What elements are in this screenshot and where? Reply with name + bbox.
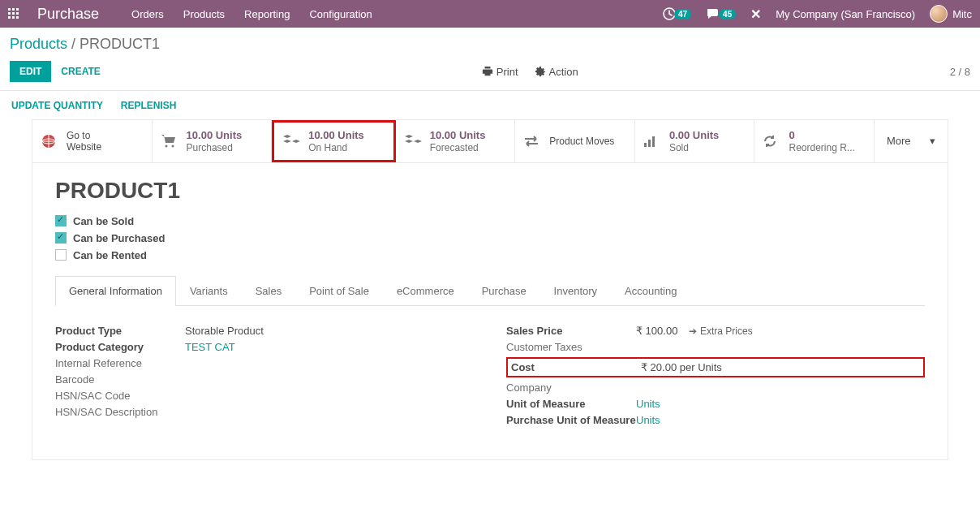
cost-label: Cost xyxy=(511,361,641,373)
sales-price-value: ₹ 100.00 xyxy=(636,325,677,337)
tab-general-information[interactable]: General Information xyxy=(55,276,176,306)
svg-point-12 xyxy=(165,144,167,147)
menu-products[interactable]: Products xyxy=(183,8,225,20)
more-label: More xyxy=(887,135,911,147)
svg-rect-3 xyxy=(8,12,11,15)
left-col: Product TypeStorable Product Product Cat… xyxy=(55,321,474,430)
svg-rect-6 xyxy=(8,16,11,19)
product-category-value[interactable]: TEST CAT xyxy=(185,341,474,353)
can-be-rented-checkbox[interactable] xyxy=(55,249,67,261)
can-be-sold-row: Can be Sold xyxy=(55,215,925,227)
svg-rect-1 xyxy=(12,8,15,11)
app-brand[interactable]: Purchase xyxy=(37,6,99,23)
svg-rect-8 xyxy=(16,16,19,19)
action-button[interactable]: Action xyxy=(535,66,578,78)
product-type-value: Storable Product xyxy=(185,325,474,337)
main-menu: Orders Products Reporting Configuration xyxy=(131,8,372,20)
more-smart-button[interactable]: More ▾ xyxy=(875,120,948,162)
puom-value[interactable]: Units xyxy=(636,414,925,426)
reordering-rules-button[interactable]: 0Reordering R... xyxy=(754,120,875,162)
top-nav: Purchase Orders Products Reporting Confi… xyxy=(0,0,980,28)
breadcrumb-sep: / xyxy=(71,36,80,52)
activities-button[interactable]: 47 xyxy=(663,7,691,20)
puom-label: Purchase Unit of Measure xyxy=(506,414,636,426)
svg-rect-16 xyxy=(652,136,655,147)
print-button[interactable]: Print xyxy=(482,66,518,78)
cost-value: ₹ 20.00 per Units xyxy=(641,361,920,373)
purchased-button[interactable]: 10.00 UnitsPurchased xyxy=(153,120,273,162)
tab-ecommerce[interactable]: eCommerce xyxy=(383,276,468,305)
sold-button[interactable]: 0.00 UnitsSold xyxy=(635,120,755,162)
product-category-label: Product Category xyxy=(55,341,185,353)
control-bar: EDIT CREATE Print Action 2 / 8 xyxy=(0,58,980,91)
form-sheet: Go toWebsite 10.00 UnitsPurchased 10.00 … xyxy=(32,119,948,460)
can-be-purchased-label: Can be Purchased xyxy=(73,232,165,244)
create-button[interactable]: CREATE xyxy=(51,61,110,82)
tab-variants[interactable]: Variants xyxy=(176,276,242,305)
right-col: Sales Price ₹ 100.00 ➔ Extra Prices Cust… xyxy=(506,321,925,430)
product-moves-button[interactable]: Product Moves xyxy=(515,120,635,162)
tab-accounting[interactable]: Accounting xyxy=(611,276,690,305)
tab-pos[interactable]: Point of Sale xyxy=(295,276,383,305)
breadcrumb: Products / PRODUCT1 xyxy=(0,28,980,58)
sales-price-label: Sales Price xyxy=(506,325,636,337)
sub-actions: UPDATE QUANTITY REPLENISH xyxy=(0,91,980,119)
user-menu[interactable]: Mitc xyxy=(930,5,972,23)
hsn-code-label: HSN/SAC Code xyxy=(55,390,185,402)
can-be-purchased-checkbox[interactable] xyxy=(55,232,67,244)
product-name: PRODUCT1 xyxy=(55,178,925,204)
activities-count: 47 xyxy=(674,9,691,19)
globe-icon xyxy=(41,133,58,149)
go-to-website-button[interactable]: Go toWebsite xyxy=(32,120,153,162)
avatar xyxy=(930,5,948,23)
messages-button[interactable]: 45 xyxy=(706,7,736,20)
menu-orders[interactable]: Orders xyxy=(131,8,164,20)
svg-rect-15 xyxy=(648,140,651,147)
tab-sales[interactable]: Sales xyxy=(242,276,296,305)
arrow-right-icon: ➔ xyxy=(689,325,697,337)
menu-reporting[interactable]: Reporting xyxy=(244,8,290,20)
gear-icon xyxy=(535,66,546,77)
svg-point-13 xyxy=(171,144,174,147)
sales-price-value-wrap: ₹ 100.00 ➔ Extra Prices xyxy=(636,325,925,337)
svg-rect-0 xyxy=(8,8,11,11)
extra-prices-label: Extra Prices xyxy=(700,325,753,337)
pager[interactable]: 2 / 8 xyxy=(950,66,970,78)
notebook-tabs: General Information Variants Sales Point… xyxy=(55,276,925,306)
cart-icon xyxy=(161,133,178,149)
hsn-desc-label: HSN/SAC Description xyxy=(55,406,185,418)
messages-count: 45 xyxy=(719,9,736,19)
print-label: Print xyxy=(496,66,518,78)
forecasted-button[interactable]: 10.00 UnitsForecasted xyxy=(396,120,516,162)
svg-rect-7 xyxy=(12,16,15,19)
breadcrumb-parent[interactable]: Products xyxy=(10,36,67,52)
nav-right: 47 45 ✕ My Company (San Francisco) Mitc xyxy=(663,5,972,23)
extra-prices-button[interactable]: ➔ Extra Prices xyxy=(689,325,753,337)
transfer-icon xyxy=(523,135,541,148)
can-be-sold-checkbox[interactable] xyxy=(55,215,67,226)
tab-inventory[interactable]: Inventory xyxy=(540,276,611,305)
tab-purchase[interactable]: Purchase xyxy=(468,276,540,305)
svg-rect-2 xyxy=(16,8,19,11)
breadcrumb-current: PRODUCT1 xyxy=(80,36,160,52)
edit-button[interactable]: EDIT xyxy=(10,61,51,82)
can-be-rented-label: Can be Rented xyxy=(73,249,147,261)
update-quantity-button[interactable]: UPDATE QUANTITY xyxy=(11,100,103,111)
svg-rect-4 xyxy=(12,12,15,15)
menu-configuration[interactable]: Configuration xyxy=(309,8,372,20)
customer-taxes-label: Customer Taxes xyxy=(506,341,636,353)
on-hand-button[interactable]: 10.00 UnitsOn Hand xyxy=(272,120,396,162)
can-be-rented-row: Can be Rented xyxy=(55,249,925,261)
caret-down-icon: ▾ xyxy=(930,135,935,147)
replenish-button[interactable]: REPLENISH xyxy=(121,100,177,111)
user-name: Mitc xyxy=(952,8,972,20)
close-icon[interactable]: ✕ xyxy=(750,6,761,22)
uom-value[interactable]: Units xyxy=(636,398,925,410)
product-type-label: Product Type xyxy=(55,325,185,337)
uom-label: Unit of Measure xyxy=(506,398,636,410)
print-icon xyxy=(482,66,493,77)
refresh-icon xyxy=(763,134,780,149)
company-selector[interactable]: My Company (San Francisco) xyxy=(776,8,915,20)
cubes-icon xyxy=(282,133,300,149)
apps-icon[interactable] xyxy=(8,8,28,19)
